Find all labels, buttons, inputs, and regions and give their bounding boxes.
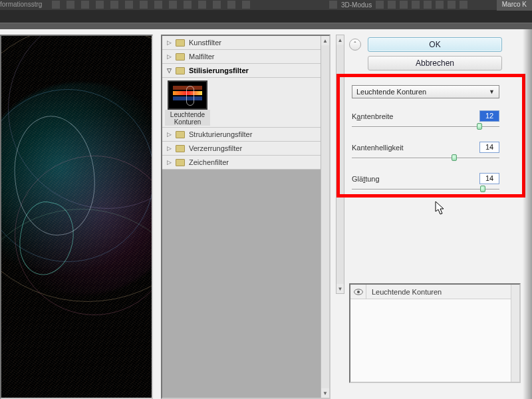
toolbar-icon xyxy=(424,1,432,9)
chevron-right-icon: ▷ xyxy=(166,145,172,152)
window-chrome xyxy=(523,29,532,399)
param-slider[interactable] xyxy=(352,124,499,130)
eye-icon xyxy=(354,289,363,295)
param-value-input[interactable]: 14 xyxy=(479,142,499,153)
ok-button-label: OK xyxy=(429,40,440,49)
slider-knob[interactable] xyxy=(452,154,457,161)
scroll-down-icon[interactable]: ▼ xyxy=(321,388,329,398)
toolbar-icon[interactable] xyxy=(198,1,206,9)
visibility-toggle[interactable] xyxy=(350,285,366,299)
toolbar-icon[interactable] xyxy=(96,1,104,9)
filter-settings-panel: ▲ ▼ ˆ OK Abbrechen Leuchtende Konturen ▼… xyxy=(336,35,522,399)
effect-layer-row[interactable]: Leuchtende Konturen xyxy=(350,285,519,299)
filter-thumb-label: Leuchtende xyxy=(170,111,205,118)
mode-3d-toggle[interactable]: 3D-Modus xyxy=(329,1,467,9)
chevron-double-up-icon: ˆ xyxy=(354,41,356,49)
window-chrome xyxy=(0,23,532,29)
filter-category-verzerrungsfilter[interactable]: ▷ Verzerrungsfilter xyxy=(162,142,321,156)
menubar-icon-row xyxy=(52,1,250,9)
chevron-down-icon: ▽ xyxy=(166,67,172,74)
filter-category-strukturierungsfilter[interactable]: ▷ Strukturierungsfilter xyxy=(162,128,321,142)
toolbar-icon xyxy=(412,1,420,9)
app-menubar: formationsstrg 3D-Modus Marco K xyxy=(0,0,532,11)
filter-category-label: Kunstfilter xyxy=(189,39,221,47)
filter-category-kunstfilter[interactable]: ▷ Kunstfilter xyxy=(162,36,321,50)
chevron-right-icon: ▷ xyxy=(166,39,172,46)
folder-icon xyxy=(176,131,185,138)
toolbar-icon xyxy=(436,1,444,9)
toolbar-icon[interactable] xyxy=(227,1,235,9)
toolbar-icon[interactable] xyxy=(81,1,89,9)
param-slider[interactable] xyxy=(352,156,499,161)
folder-icon xyxy=(176,159,185,166)
effect-layers-panel: Leuchtende Konturen xyxy=(349,283,521,383)
param-slider[interactable] xyxy=(352,187,499,192)
chevron-right-icon: ▷ xyxy=(166,131,172,138)
param-label: Kantenhelligkeit xyxy=(352,144,404,152)
scroll-down-icon[interactable]: ▼ xyxy=(336,284,344,293)
filter-thumb-label: Konturen xyxy=(174,118,201,126)
toolbar-icon xyxy=(400,1,408,9)
filter-thumbnail-row: Leuchtende Konturen xyxy=(162,78,321,128)
filter-tree-panel: ▷ Kunstfilter ▷ Malfilter ▽ Stilisierung… xyxy=(161,35,331,399)
param-label: Glättung xyxy=(352,175,380,183)
filter-select-combo[interactable]: Leuchtende Konturen ▼ xyxy=(352,85,499,98)
param-value-input[interactable]: 14 xyxy=(479,173,499,184)
filter-category-malfilter[interactable]: ▷ Malfilter xyxy=(162,50,321,64)
workspace-tab[interactable]: Marco K xyxy=(497,0,532,11)
filter-thumb-leuchtende-konturen[interactable]: Leuchtende Konturen xyxy=(165,80,210,126)
filter-category-label: Verzerrungsfilter xyxy=(189,144,242,152)
filter-category-label: Stilisierungsfilter xyxy=(189,66,249,74)
mode-3d-label: 3D-Modus xyxy=(341,1,372,9)
folder-icon xyxy=(176,53,185,61)
param-edge-width: Kantenbreite 12 xyxy=(352,110,513,130)
toolbar-icon[interactable] xyxy=(213,1,221,9)
scrollbar[interactable]: ▲ ▼ xyxy=(321,36,329,398)
toolbar-icon[interactable] xyxy=(110,1,118,9)
filter-tree: ▷ Kunstfilter ▷ Malfilter ▽ Stilisierung… xyxy=(162,36,321,398)
filter-select-value: Leuchtende Konturen xyxy=(356,88,426,96)
svg-point-1 xyxy=(356,290,359,293)
collapse-tree-button[interactable]: ˆ xyxy=(349,39,361,51)
preview-canvas[interactable] xyxy=(0,35,153,399)
window-chrome xyxy=(0,11,532,23)
toolbar-icon[interactable] xyxy=(169,1,177,9)
filter-category-label: Malfilter xyxy=(189,53,215,61)
slider-knob[interactable] xyxy=(480,186,485,192)
ok-button[interactable]: OK xyxy=(368,37,502,52)
scroll-up-icon[interactable]: ▲ xyxy=(336,35,344,45)
chevron-right-icon: ▷ xyxy=(166,53,172,60)
param-value-input[interactable]: 12 xyxy=(479,110,499,122)
toolbar-icon[interactable] xyxy=(242,1,250,9)
chevron-right-icon: ▷ xyxy=(166,159,172,166)
filter-category-label: Zeichenfilter xyxy=(189,158,229,166)
slider-knob[interactable] xyxy=(477,123,482,130)
filter-category-zeichenfilter[interactable]: ▷ Zeichenfilter xyxy=(162,156,321,170)
toolbar-icon[interactable] xyxy=(66,1,74,9)
folder-icon xyxy=(176,67,185,74)
folder-icon xyxy=(176,39,185,47)
cancel-button[interactable]: Abbrechen xyxy=(368,56,502,70)
toolbar-icon[interactable] xyxy=(184,1,192,9)
scroll-up-icon[interactable]: ▲ xyxy=(321,36,329,45)
filter-category-label: Strukturierungsfilter xyxy=(189,130,252,138)
cancel-button-label: Abbrechen xyxy=(416,59,454,68)
folder-icon xyxy=(176,145,185,152)
toolbar-icon[interactable] xyxy=(125,1,133,9)
filter-controls: Leuchtende Konturen ▼ Kantenbreite 12 Ka… xyxy=(352,85,513,192)
param-smoothing: Glättung 14 xyxy=(352,173,513,192)
filter-category-stilisierungsfilter[interactable]: ▽ Stilisierungsfilter xyxy=(162,64,321,78)
effect-layer-name: Leuchtende Konturen xyxy=(366,288,442,296)
toolbar-icon[interactable] xyxy=(154,1,162,9)
param-label: Kantenbreite xyxy=(352,112,393,120)
toolbar-icon xyxy=(376,1,384,9)
filter-thumb-preview xyxy=(168,80,207,110)
toolbar-icon xyxy=(448,1,456,9)
toolbar-icon[interactable] xyxy=(52,1,60,9)
filter-gallery-dialog: ▷ Kunstfilter ▷ Malfilter ▽ Stilisierung… xyxy=(0,29,532,399)
scrollbar[interactable] xyxy=(511,285,519,382)
toolbar-icon xyxy=(460,1,467,9)
toolbar-icon[interactable] xyxy=(140,1,148,9)
cube-icon xyxy=(329,1,337,9)
param-brightness: Kantenhelligkeit 14 xyxy=(352,142,513,161)
